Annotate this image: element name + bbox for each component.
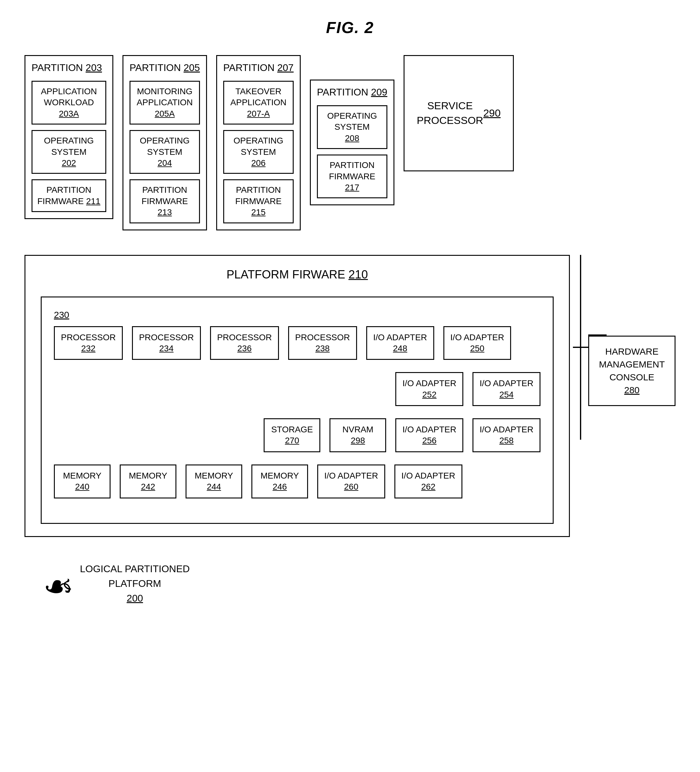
lpp-section: ❧ LOGICAL PARTITIONEDPLATFORM200 (43, 561, 675, 605)
platform-inner: 230 PROCESSOR232 PROCESSOR234 PROCESSOR2… (41, 296, 554, 524)
app-workload-203: APPLICATIONWORKLOAD203A (31, 81, 106, 124)
io-adapter-248: I/O ADAPTER248 (366, 326, 434, 360)
storage-270: STORAGE270 (264, 418, 320, 452)
partition-207: PARTITION 207 TAKEOVERAPPLICATION207-A O… (216, 55, 301, 231)
hw-console-280: HARDWAREMANAGEMENTCONSOLE280 (588, 336, 675, 406)
partition-207-title: PARTITION 207 (223, 62, 293, 74)
partition-209: PARTITION 209 OPERATINGSYSTEM208 PARTITI… (310, 80, 394, 205)
right-connector-area: HARDWAREMANAGEMENTCONSOLE280 (573, 255, 675, 440)
processor-238: PROCESSOR238 (288, 326, 357, 360)
memory-242: MEMORY242 (120, 465, 176, 499)
io-adapter-256: I/O ADAPTER256 (395, 418, 463, 452)
processor-234: PROCESSOR234 (132, 326, 201, 360)
os-204: OPERATINGSYSTEM204 (130, 130, 200, 174)
processor-236: PROCESSOR236 (210, 326, 279, 360)
service-processor-290: SERVICEPROCESSOR290 (403, 55, 514, 171)
nvram-298: NVRAM298 (330, 418, 386, 452)
hw-row-4: MEMORY240 MEMORY242 MEMORY244 MEMORY246 … (54, 465, 541, 499)
label-230: 230 (54, 310, 69, 320)
os-202: OPERATINGSYSTEM202 (31, 130, 106, 174)
curly-brace-arrow: ❧ (43, 569, 74, 605)
os-208: OPERATINGSYSTEM208 (317, 105, 387, 149)
partition-205: PARTITION 205 MONITORINGAPPLICATION205A … (123, 55, 207, 231)
processor-232: PROCESSOR232 (54, 326, 123, 360)
memory-246: MEMORY246 (251, 465, 308, 499)
lpp-label-area: LOGICAL PARTITIONEDPLATFORM200 (80, 561, 190, 605)
io-adapter-260: I/O ADAPTER260 (317, 465, 385, 499)
platform-outer: PLATFORM FIRWARE 210 230 PROCESSOR232 PR… (25, 255, 570, 537)
pf-217: PARTITIONFIRMWARE217 (317, 155, 387, 198)
memory-240: MEMORY240 (54, 465, 111, 499)
hw-row-1: PROCESSOR232 PROCESSOR234 PROCESSOR236 P… (54, 326, 541, 360)
partition-203: PARTITION 203 APPLICATIONWORKLOAD203A OP… (25, 55, 113, 219)
top-section: PARTITION 203 APPLICATIONWORKLOAD203A OP… (25, 55, 675, 231)
pf-213: PARTITIONFIRMWARE213 (130, 179, 200, 223)
io-adapter-262: I/O ADAPTER262 (394, 465, 462, 499)
vert-line-top (580, 255, 581, 347)
io-adapter-258: I/O ADAPTER258 (472, 418, 541, 452)
os-206: OPERATINGSYSTEM206 (223, 130, 293, 174)
hw-row-2: I/O ADAPTER252 I/O ADAPTER254 (54, 372, 541, 406)
monitoring-app-205: MONITORINGAPPLICATION205A (130, 81, 200, 124)
bottom-section: PLATFORM FIRWARE 210 230 PROCESSOR232 PR… (25, 255, 675, 537)
figure-title: FIG. 2 (25, 18, 675, 37)
io-adapter-254: I/O ADAPTER254 (472, 372, 541, 406)
partition-209-title: PARTITION 209 (317, 87, 387, 98)
lpp-text: LOGICAL PARTITIONEDPLATFORM200 (80, 561, 190, 605)
io-adapter-250: I/O ADAPTER250 (443, 326, 511, 360)
partition-203-title: PARTITION 203 (31, 62, 106, 74)
platform-title: PLATFORM FIRWARE 210 (41, 268, 554, 281)
partition-205-title: PARTITION 205 (130, 62, 200, 74)
io-adapter-252: I/O ADAPTER252 (395, 372, 463, 406)
pf-215: PARTITIONFIRMWARE215 (223, 179, 293, 223)
vert-line-bottom (580, 348, 581, 440)
pf-211: PARTITIONFIRMWARE 211 (31, 179, 106, 212)
takeover-app-207: TAKEOVERAPPLICATION207-A (223, 81, 293, 124)
hw-row-3: STORAGE270 NVRAM298 I/O ADAPTER256 I/O A… (54, 418, 541, 452)
memory-244: MEMORY244 (185, 465, 242, 499)
